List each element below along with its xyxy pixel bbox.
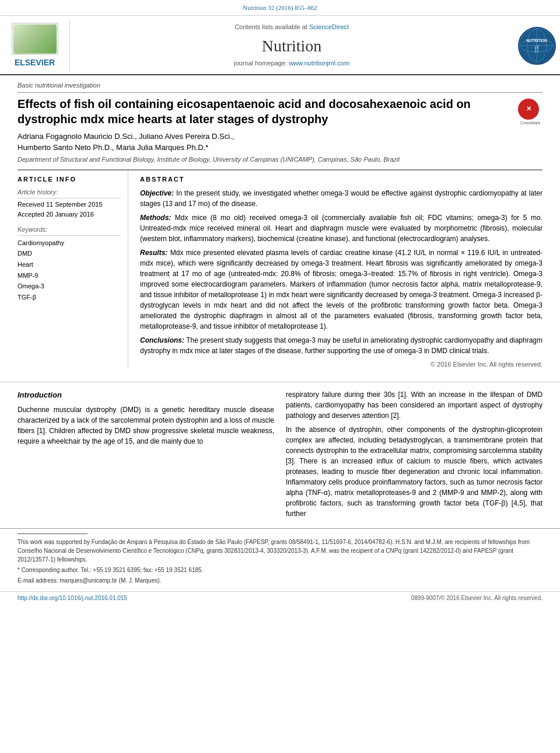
bottom-bar: http://dx.doi.org/10.1016/j.nut.2016.01.… — [0, 591, 560, 605]
abstract-text: Objective: In the present study, we inve… — [140, 188, 542, 369]
sciencedirect-link[interactable]: ScienceDirect — [309, 23, 349, 30]
results-label: Results: — [140, 249, 167, 257]
keyword-heart: Heart — [18, 259, 121, 270]
abstract-conclusions: Conclusions: The present study suggests … — [140, 335, 542, 356]
article-info-col: ARTICLE INFO Article history: Received 1… — [18, 170, 128, 369]
intro-para2: respiratory failure during their 30s [1]… — [286, 389, 542, 421]
elsevier-text: ELSEVIER — [15, 57, 55, 68]
svg-rect-1 — [33, 42, 37, 50]
doi-link[interactable]: http://dx.doi.org/10.1016/j.nut.2016.01.… — [18, 594, 127, 603]
svg-text:NUTRITION: NUTRITION — [526, 39, 547, 43]
keywords-label: Keywords: — [18, 225, 121, 236]
email-footnote: E-mail address: marques@unicamp.br (M. J… — [18, 576, 542, 585]
svg-point-2 — [27, 35, 43, 47]
author-affiliation: Department of Structural and Functional … — [18, 155, 542, 165]
journal-ref: Nutrition 32 (2016) 855–862 — [243, 4, 317, 11]
article-info-header: ARTICLE INFO — [18, 175, 121, 184]
main-content: Basic nutritional investigation Effects … — [0, 75, 560, 375]
abstract-copyright: © 2016 Elsevier Inc. All rights reserved… — [140, 360, 542, 369]
svg-rect-0 — [15, 25, 55, 54]
history-label: Article history: — [18, 188, 121, 198]
corresponding-footnote: * Corresponding author. Tel.: +55 19 352… — [18, 566, 542, 574]
methods-text: Mdx mice (8 mo old) received omega-3 oil… — [140, 214, 542, 243]
svg-text:🍴: 🍴 — [533, 44, 541, 53]
elsevier-tree-icon — [15, 25, 55, 54]
title-crossmark-row: Effects of fish oil containing eicosapen… — [18, 96, 542, 131]
svg-point-3 — [29, 32, 41, 41]
keyword-dmd: DMD — [18, 248, 121, 259]
objective-label: Objective: — [140, 189, 174, 197]
funding-footnote: This work was supported by Fundação de A… — [18, 538, 542, 564]
keyword-mmp9: MMP-9 — [18, 270, 121, 281]
keywords-section: Keywords: Cardiomyopathy DMD Heart MMP-9… — [18, 225, 121, 303]
section-divider — [0, 382, 560, 382]
methods-label: Methods: — [140, 214, 171, 222]
elsevier-logo-area: ELSEVIER — [0, 20, 70, 71]
nutrition-badge-area: NUTRITION 🍴 — [513, 20, 560, 71]
section-label: Basic nutritional investigation — [18, 81, 542, 93]
email-address: marques@unicamp.br (M. J. Marques). — [60, 577, 161, 584]
abstract-header: ABSTRACT — [140, 175, 542, 184]
keywords-list: Cardiomyopathy DMD Heart MMP-9 Omega-3 T… — [18, 238, 121, 303]
abstract-objective: Objective: In the present study, we inve… — [140, 188, 542, 209]
body-content: Introduction Duchenne muscular dystrophy… — [0, 389, 560, 528]
crossmark-icon[interactable]: ✕ — [518, 99, 539, 120]
article-info-abstract-section: ARTICLE INFO Article history: Received 1… — [18, 169, 542, 369]
results-text: Mdx mice presented elevated plasma level… — [140, 249, 542, 330]
journal-homepage: journal homepage: www.nutritionjrnl.com — [234, 59, 349, 68]
nutrition-badge-image: NUTRITION 🍴 — [518, 27, 556, 65]
issn-text: 0899-9007/© 2016 Elsevier Inc. All right… — [411, 594, 542, 603]
intro-para3: In the absence of dystrophin, other comp… — [286, 424, 542, 519]
abstract-results: Results: Mdx mice presented elevated pla… — [140, 247, 542, 332]
top-bar: Nutrition 32 (2016) 855–862 — [0, 0, 560, 16]
journal-title: Nutrition — [262, 34, 322, 58]
abstract-methods: Methods: Mdx mice (8 mo old) received om… — [140, 212, 542, 244]
nutrition-globe-icon: NUTRITION 🍴 — [519, 27, 555, 65]
intro-para1: Duchenne muscular dystrophy (DMD) is a g… — [18, 405, 274, 447]
journal-header: ELSEVIER Contents lists available at Sci… — [0, 16, 560, 75]
elsevier-logo-image — [12, 23, 58, 55]
conclusions-text: The present study suggests that omega-3 … — [140, 336, 542, 355]
svg-point-4 — [30, 29, 40, 36]
received-date: Received 11 September 2015 — [18, 200, 121, 210]
email-label: E-mail address: — [18, 577, 58, 584]
abstract-col: ABSTRACT Objective: In the present study… — [140, 170, 542, 369]
authors: Adriana Fogagnolo Mauricio D.Sci., Julia… — [18, 131, 542, 154]
crossmark-area: ✕ CrossMark — [518, 99, 542, 123]
body-left-col: Introduction Duchenne muscular dystrophy… — [18, 389, 274, 522]
conclusions-label: Conclusions: — [140, 336, 184, 344]
article-history-section: Article history: Received 11 September 2… — [18, 188, 121, 219]
keyword-omega3: Omega-3 — [18, 281, 121, 292]
accepted-date: Accepted 20 January 2016 — [18, 210, 121, 219]
article-title: Effects of fish oil containing eicosapen… — [18, 96, 512, 127]
keyword-cardiomyopathy: Cardiomyopathy — [18, 238, 121, 249]
journal-center: Contents lists available at ScienceDirec… — [70, 20, 513, 71]
sciencedirect-line: Contents lists available at ScienceDirec… — [235, 23, 349, 32]
svg-rect-5 — [15, 25, 55, 54]
homepage-link[interactable]: www.nutritionjrnl.com — [289, 60, 349, 67]
keyword-tgfb: TGF-β — [18, 292, 121, 303]
page-container: Nutrition 32 (2016) 855–862 ELSEVIER — [0, 0, 560, 605]
objective-text: In the present study, we investigated wh… — [140, 189, 542, 208]
footnote-area: This work was supported by Fundação de A… — [0, 528, 560, 591]
introduction-heading: Introduction — [18, 389, 274, 401]
body-right-col: respiratory failure during their 30s [1]… — [286, 389, 542, 522]
crossmark-label: CrossMark — [518, 120, 542, 126]
footnote-divider — [18, 534, 88, 534]
